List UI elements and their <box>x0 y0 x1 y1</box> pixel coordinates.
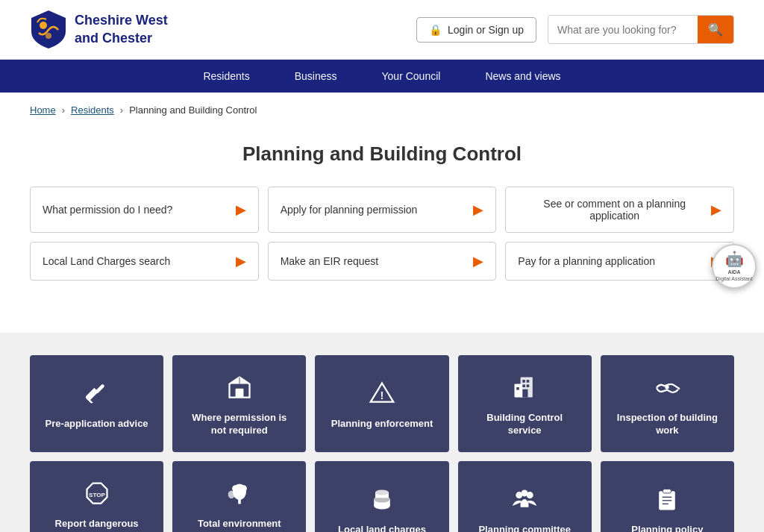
ai-label: AiDA Digital Assistant <box>716 269 752 282</box>
svg-rect-18 <box>238 498 241 504</box>
service-building-control[interactable]: Building Control service <box>458 355 592 452</box>
service-label-pre-application: Pre-application advice <box>46 418 148 431</box>
coins-icon <box>369 486 395 515</box>
service-planning-enforcement[interactable]: ! Planning enforcement <box>315 355 448 452</box>
nav-item-residents[interactable]: Residents <box>203 70 249 82</box>
service-label-dangerous: Report dangerous structures <box>42 518 151 532</box>
service-label-environment: Total environment service <box>184 518 294 532</box>
svg-point-1 <box>46 33 51 39</box>
quick-link-3[interactable]: Local Land Charges search ▶ <box>30 242 259 281</box>
arrow-icon-3: ▶ <box>236 253 246 269</box>
svg-rect-9 <box>527 380 530 383</box>
svg-rect-32 <box>663 489 671 493</box>
stop-icon: STOP <box>84 480 110 509</box>
svg-point-0 <box>40 22 47 29</box>
service-planning-committee[interactable]: Planning committee <box>458 461 592 532</box>
breadcrumb-residents[interactable]: Residents <box>71 104 114 116</box>
svg-rect-8 <box>522 380 525 383</box>
services-grid-row1: Pre-application advice Where permission … <box>30 355 734 452</box>
service-label-where-permission: Where permission is not required <box>184 412 294 437</box>
svg-rect-12 <box>516 387 519 390</box>
lock-icon: 🔒 <box>429 24 442 36</box>
service-planning-policy[interactable]: Planning policy <box>601 461 734 532</box>
quick-links-grid: What permission do I need? ▶ Apply for p… <box>30 187 734 281</box>
svg-point-21 <box>228 490 234 498</box>
shed-icon <box>226 374 253 403</box>
service-dangerous-structures[interactable]: STOP Report dangerous structures <box>30 461 163 532</box>
header: Cheshire West and Chester 🔒 Login or Sig… <box>0 0 764 60</box>
people-icon <box>511 486 538 515</box>
service-label-planning-policy: Planning policy <box>631 524 703 532</box>
search-input[interactable] <box>548 18 698 42</box>
svg-point-19 <box>232 485 239 492</box>
handshake-icon <box>654 374 680 403</box>
quick-link-5[interactable]: Pay for a planning application ▶ <box>505 242 734 281</box>
building-icon <box>511 374 538 403</box>
nav-item-your-council[interactable]: Your Council <box>382 70 441 82</box>
service-label-planning-enforcement: Planning enforcement <box>331 418 433 431</box>
logo-area: Cheshire West and Chester <box>30 9 168 50</box>
warning-icon: ! <box>369 380 395 409</box>
quick-link-4[interactable]: Make an EIR request ▶ <box>268 242 497 281</box>
service-label-building-control: Building Control service <box>470 412 580 437</box>
tree-icon <box>226 480 253 509</box>
main-content: Planning and Building Control What permi… <box>0 128 764 333</box>
svg-rect-2 <box>95 384 104 393</box>
clipboard-icon <box>654 486 680 515</box>
search-area: 🔍 <box>548 15 734 44</box>
service-inspection[interactable]: Inspection of building work <box>601 355 734 452</box>
nav-item-business[interactable]: Business <box>295 70 337 82</box>
arrow-icon-4: ▶ <box>473 253 483 269</box>
svg-rect-3 <box>235 388 243 397</box>
service-pre-application[interactable]: Pre-application advice <box>30 355 163 452</box>
service-environment[interactable]: Total environment service <box>172 461 306 532</box>
services-section: Pre-application advice Where permission … <box>0 333 764 532</box>
main-nav: Residents Business Your Council News and… <box>0 60 764 93</box>
arrow-icon-1: ▶ <box>473 201 483 218</box>
nav-item-news[interactable]: News and views <box>485 70 560 82</box>
quick-link-0[interactable]: What permission do I need? ▶ <box>30 187 259 233</box>
svg-rect-11 <box>527 384 530 387</box>
svg-rect-13 <box>522 389 527 397</box>
svg-text:!: ! <box>381 389 384 401</box>
breadcrumb-sep-2: › <box>120 104 123 116</box>
arrow-icon-0: ▶ <box>236 201 246 218</box>
svg-point-20 <box>240 485 247 492</box>
service-label-inspection: Inspection of building work <box>613 412 722 437</box>
breadcrumb: Home › Residents › Planning and Building… <box>0 93 764 128</box>
svg-point-27 <box>375 489 389 495</box>
svg-point-14 <box>666 385 669 389</box>
header-right: 🔒 Login or Sign up 🔍 <box>416 15 734 44</box>
search-icon: 🔍 <box>708 23 723 36</box>
page-title: Planning and Building Control <box>30 143 734 166</box>
ai-assistant-bubble[interactable]: 🤖 AiDA Digital Assistant <box>712 244 757 289</box>
breadcrumb-sep-1: › <box>62 104 65 116</box>
arrow-icon-2: ▶ <box>711 201 721 218</box>
service-label-planning-committee: Planning committee <box>478 524 571 532</box>
service-where-permission[interactable]: Where permission is not required <box>172 355 306 452</box>
quick-link-1[interactable]: Apply for planning permission ▶ <box>268 187 497 233</box>
breadcrumb-home[interactable]: Home <box>30 104 56 116</box>
search-button[interactable]: 🔍 <box>698 16 733 43</box>
svg-point-30 <box>527 492 533 498</box>
svg-rect-10 <box>522 384 525 387</box>
services-grid-row2: STOP Report dangerous structures Total e… <box>30 461 734 532</box>
logo-icon <box>30 9 67 50</box>
svg-rect-7 <box>515 384 523 397</box>
login-button[interactable]: 🔒 Login or Sign up <box>416 17 536 43</box>
ai-icon: 🤖 <box>725 250 744 268</box>
breadcrumb-current: Planning and Building Control <box>129 104 257 116</box>
shovel-icon <box>84 380 110 409</box>
svg-text:STOP: STOP <box>89 491 105 498</box>
service-label-land-charges: Local land charges <box>338 524 426 532</box>
quick-link-2[interactable]: See or comment on a planning application… <box>505 187 734 233</box>
logo-text: Cheshire West and Chester <box>75 12 168 47</box>
service-land-charges[interactable]: Local land charges <box>315 461 448 532</box>
